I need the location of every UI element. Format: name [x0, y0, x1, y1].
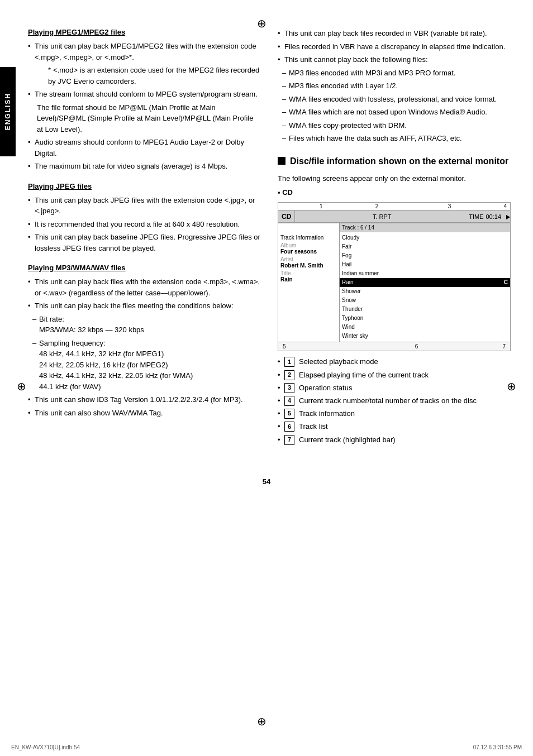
list-item: This unit can play back JPEG files with …: [28, 195, 261, 217]
reg-mark-top: ⊕: [257, 17, 266, 30]
track-item: Wind: [340, 323, 510, 332]
left-column: Playing MPEG1/MPEG2 files This unit can …: [28, 28, 261, 449]
legend-item-1: 1 Selected playback mode: [278, 357, 511, 367]
black-square-icon: [278, 157, 285, 165]
disc-info-section-title: Disc/file information shown on the exter…: [278, 155, 511, 168]
list-item: This unit can play back files recorded i…: [278, 28, 511, 39]
legend-num-2: 2: [284, 370, 294, 380]
legend-text-1: Selected playback mode: [299, 357, 378, 367]
list-item: MP3 files encoded with Layer 1/2.: [282, 80, 511, 92]
cd-bullet: • CD: [278, 188, 511, 197]
track-item: Typhoon: [340, 314, 510, 323]
right-column: This unit can play back files recorded i…: [278, 28, 511, 449]
content-wrapper: Playing MPEG1/MPEG2 files This unit can …: [0, 11, 533, 466]
c-mark: C: [504, 279, 508, 286]
cd-diagram: 1 2 3 4 CD T. RPT: [278, 202, 511, 351]
legend-list: 1 Selected playback mode 2 Elapsed playi…: [278, 357, 511, 444]
sidebar-english: ENGLISH: [0, 67, 16, 156]
title-label: Title: [280, 270, 337, 276]
legend-text-3: Operation status: [299, 383, 352, 393]
track-item: Snow: [340, 296, 510, 305]
artist-value: Robert M. Smith: [280, 262, 337, 269]
track-item: Winter sky: [340, 332, 510, 341]
track-info-label: Track Information: [280, 235, 337, 241]
legend-text-6: Track list: [299, 422, 328, 432]
cd-track-header-row: Track : 6 / 14: [278, 223, 511, 232]
cd-time-value: 00:14: [486, 213, 505, 220]
num-label-1: 1: [320, 203, 323, 209]
list-item: Audio streams should conform to MPEG1 Au…: [28, 137, 261, 159]
num-label-7: 7: [502, 343, 506, 350]
section-jpeg-title: Playing JPEG files: [28, 182, 261, 190]
cd-diagram-numrow-top: 1 2 3 4: [278, 203, 511, 210]
section-mp3-title: Playing MP3/WMA/WAV files: [28, 264, 261, 272]
legend-item-3: 3 Operation status: [278, 383, 511, 393]
cd-track-header: Track : 6 / 14: [342, 224, 374, 231]
legend-num-3: 3: [284, 383, 294, 393]
track-item: Cloudy: [340, 233, 510, 242]
list-item: MP3 files encoded with MP3i and MP3 PRO …: [282, 68, 511, 79]
cd-body-row: Track Information Album Four seasons Art…: [278, 232, 511, 342]
legend-num-4: 4: [284, 396, 294, 406]
sidebar-label-text: ENGLISH: [4, 93, 12, 130]
disc-info-intro: The following screens appear only on the…: [278, 173, 511, 184]
reg-mark-bottom: ⊕: [257, 715, 266, 728]
cd-track-list: Cloudy Fair Fog Hail Indian summer Rain …: [340, 233, 510, 341]
list-item: Files which have the data such as AIFF, …: [282, 133, 511, 144]
cd-track-info-panel: Track Information Album Four seasons Art…: [278, 232, 340, 342]
section-mpeg-title: Playing MPEG1/MPEG2 files: [28, 28, 261, 36]
list-item: This unit can play back baseline JPEG fi…: [28, 232, 261, 253]
page-container: ⊕ ⊕ ⊕ ⊕ ENGLISH Playing MPEG1/MPEG2 file…: [0, 0, 533, 756]
track-item: Fog: [340, 251, 510, 260]
list-item: It is recommended that you record a file…: [28, 219, 261, 230]
bottom-footer: EN_KW-AVX710[U].indb 54 07.12.6 3:31:55 …: [0, 744, 533, 750]
right-top-list: This unit can play back files recorded i…: [278, 28, 511, 144]
legend-num-1: 1: [284, 357, 294, 367]
list-item: Bit rate:MP3/WMA: 32 kbps — 320 kbps: [32, 314, 261, 336]
track-item: Shower: [340, 287, 510, 296]
list-item: The maximum bit rate for video signals (…: [28, 161, 261, 172]
num-label-3: 3: [448, 203, 451, 209]
cannot-play-list: MP3 files encoded with MP3i and MP3 PRO …: [278, 68, 511, 144]
legend-item-4: 4 Current track number/total number of t…: [278, 396, 511, 406]
num-label-5: 5: [283, 343, 286, 350]
legend-text-4: Current track number/total number of tra…: [299, 396, 477, 406]
list-item: <.mod> is an extension code used for the…: [28, 65, 261, 87]
list-item: Files recorded in VBR have a discrepancy…: [278, 41, 511, 52]
track-item: Indian summer: [340, 269, 510, 278]
section-mp3-list: This unit can play back files with the e…: [28, 276, 261, 418]
list-item: Sampling frequency: 48 kHz, 44.1 kHz, 32…: [32, 338, 261, 393]
cd-top-bar: CD T. RPT TIME 00:14: [278, 210, 510, 223]
list-item: This unit can also show WAV/WMA Tag.: [28, 408, 261, 419]
play-icon: [505, 213, 510, 220]
artist-label: Artist: [280, 256, 337, 262]
list-item: WMA files copy-protected with DRM.: [282, 120, 511, 131]
list-item: WMA files encoded with lossless, profess…: [282, 94, 511, 105]
list-item: The file format should be MP@ML (Main Pr…: [28, 102, 261, 135]
track-item: Fair: [340, 242, 510, 251]
legend-num-7: 7: [284, 435, 294, 445]
track-item: Thunder: [340, 305, 510, 314]
legend-item-6: 6 Track list: [278, 422, 511, 432]
legend-item-5: 5 Track information: [278, 409, 511, 419]
footer-left: EN_KW-AVX710[U].indb 54: [11, 744, 80, 750]
num-label-2: 2: [375, 203, 379, 209]
album-value: Four seasons: [280, 248, 337, 255]
list-item: This unit can show ID3 Tag Version 1.0/1…: [28, 394, 261, 405]
list-item: This unit can play back files with the e…: [28, 276, 261, 298]
section-jpeg-list: This unit can play back JPEG files with …: [28, 195, 261, 254]
track-item-highlighted: Rain C: [340, 278, 510, 287]
list-item: The stream format should conform to MPEG…: [28, 89, 261, 100]
legend-item-2: 2 Elapsed playing time of the current tr…: [278, 370, 511, 380]
legend-num-6: 6: [284, 422, 294, 432]
footer-right: 07.12.6 3:31:55 PM: [473, 744, 522, 750]
list-item: WMA files which are not based upon Windo…: [282, 107, 511, 118]
list-item: This unit cannot play back the following…: [278, 54, 511, 65]
section-mpeg-list: This unit can play back MPEG1/MPEG2 file…: [28, 41, 261, 172]
page-number: 54: [0, 466, 533, 497]
reg-mark-left: ⊕: [17, 380, 26, 393]
cd-time-label: TIME: [469, 213, 486, 220]
disc-info-title-text: Disc/file information shown on the exter…: [290, 155, 508, 168]
legend-text-2: Elapsed playing time of the current trac…: [299, 370, 429, 380]
num-label-6: 6: [415, 343, 418, 350]
